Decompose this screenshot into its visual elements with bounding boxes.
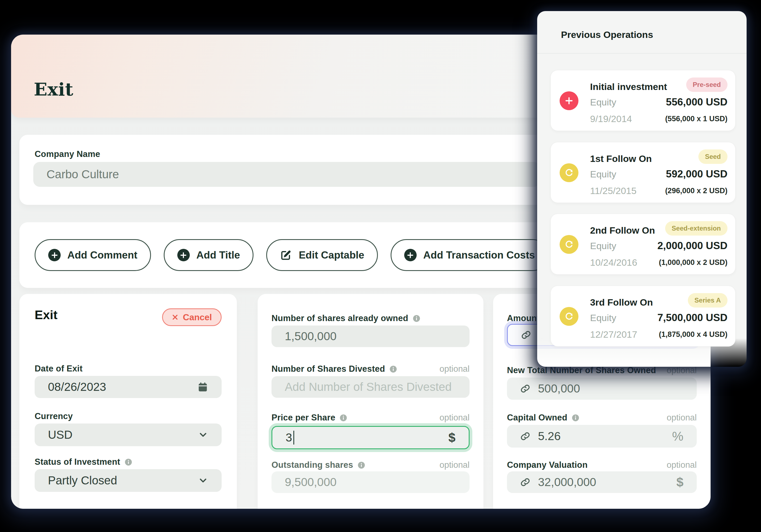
chevron-down-icon (198, 475, 208, 486)
operation-name: 3rd Follow On (590, 297, 653, 308)
optional-tag: optional (667, 365, 697, 375)
operation-type: Equity (590, 97, 616, 108)
operation-type: Equity (590, 312, 616, 323)
status-of-investment-label: Status of Investment (34, 457, 120, 467)
info-icon[interactable] (572, 414, 579, 422)
previous-operations-title: Previous Operations (561, 29, 653, 40)
operation-detail: (1,875,000 x 4 USD) (659, 330, 728, 339)
stage-badge: Pre-seed (686, 78, 728, 92)
amount-label: Amount (507, 313, 540, 323)
divider (537, 53, 747, 54)
add-title-label: Add Title (197, 249, 240, 261)
optional-tag: optional (439, 364, 470, 374)
calendar-icon[interactable] (197, 381, 208, 393)
operation-date: 12/27/2017 (590, 329, 637, 340)
edit-captable-button[interactable]: Edit Captable (266, 239, 378, 271)
add-transaction-costs-label: Add Transaction Costs (423, 249, 535, 261)
optional-tag: optional (667, 413, 697, 423)
operation-type: Equity (590, 169, 616, 180)
refresh-icon (559, 163, 578, 182)
price-per-share-label: Price per Share (271, 413, 335, 423)
dollar-suffix: $ (448, 430, 455, 445)
shares-card: Number of shares already owned 1,500,000… (258, 294, 484, 509)
refresh-icon (559, 235, 578, 254)
capital-owned-label: Capital Owned (507, 413, 567, 423)
operation-amount: 556,000 USD (666, 96, 728, 108)
operation-amount: 2,000,000 USD (657, 240, 728, 252)
operation-detail: (1,000,000 x 2 USD) (659, 258, 728, 267)
shares-already-owned-label: Number of shares already owned (271, 313, 408, 323)
company-name-label: Company Name (34, 149, 100, 159)
edit-icon (280, 249, 292, 261)
link-icon (521, 330, 531, 340)
add-comment-label: Add Comment (67, 249, 138, 261)
operation-date: 9/19/2014 (590, 114, 632, 124)
close-icon (172, 314, 178, 321)
plus-icon (48, 249, 61, 261)
shares-already-owned-input[interactable]: 1,500,000 (271, 326, 470, 347)
info-icon[interactable] (413, 315, 420, 322)
date-of-exit-label: Date of Exit (34, 364, 83, 374)
operation-card[interactable]: 1st Follow On Seed Equity 592,000 USD 11… (551, 142, 735, 203)
chevron-down-icon (198, 430, 208, 440)
operation-amount: 592,000 USD (666, 168, 728, 180)
stage-badge: Seed (698, 149, 728, 164)
add-title-button[interactable]: Add Title (164, 239, 254, 271)
link-icon (520, 384, 530, 394)
exit-section-heading: Exit (34, 308, 58, 322)
add-transaction-costs-button[interactable]: Add Transaction Costs (391, 239, 549, 271)
exit-details-card: Exit Cancel Date of Exit 08/26/2023 (20, 294, 237, 509)
plus-icon (559, 91, 578, 110)
date-of-exit-input[interactable]: 08/26/2023 (34, 376, 222, 398)
new-total-shares-input[interactable]: 500,000 (507, 378, 697, 400)
outstanding-shares-input[interactable]: 9,500,000 (271, 471, 470, 493)
info-icon[interactable] (358, 461, 365, 469)
operation-type: Equity (590, 240, 616, 251)
add-comment-button[interactable]: Add Comment (34, 239, 151, 271)
link-icon (520, 431, 530, 441)
capital-owned-input[interactable]: 5.26 % (507, 425, 697, 448)
currency-select[interactable]: USD (34, 423, 222, 446)
operation-card[interactable]: 2nd Follow On Seed-extension Equity 2,00… (551, 214, 735, 275)
screen: Exit Company Name Carbo Culture Add Comm… (0, 0, 761, 532)
stage-badge: Series A (688, 293, 728, 307)
shares-divested-input[interactable]: Add Number of Shares Divested (271, 376, 470, 398)
shares-divested-label: Number of Shares Divested (271, 364, 385, 374)
toolbar: Add Comment Add Title Edit Capt (34, 222, 549, 288)
operation-card[interactable]: Initial investment Pre-seed Equity 556,0… (551, 70, 735, 131)
price-per-share-input[interactable]: 3 $ (271, 426, 470, 449)
new-total-shares-label: New Total Number of Shares Owned (507, 365, 656, 375)
optional-tag: optional (439, 460, 470, 470)
cancel-button[interactable]: Cancel (162, 308, 222, 326)
operation-card[interactable]: 3rd Follow On Series A Equity 7,500,000 … (551, 286, 735, 346)
dollar-suffix: $ (676, 475, 683, 490)
page-title: Exit (34, 79, 73, 100)
link-icon (520, 477, 530, 487)
cancel-label: Cancel (183, 312, 212, 322)
info-icon[interactable] (125, 458, 132, 466)
operation-name: 2nd Follow On (590, 225, 655, 236)
status-of-investment-select[interactable]: Partly Closed (34, 469, 222, 492)
operation-name: 1st Follow On (590, 153, 652, 164)
company-valuation-input[interactable]: 32,000,000 $ (507, 471, 697, 493)
info-icon[interactable] (389, 365, 397, 373)
currency-label: Currency (34, 411, 73, 421)
plus-icon (404, 249, 417, 261)
outstanding-shares-label: Outstanding shares (271, 460, 353, 470)
operation-detail: (296,000 x 2 USD) (665, 186, 728, 195)
edit-captable-label: Edit Captable (299, 249, 364, 261)
operation-name: Initial investment (590, 81, 667, 92)
plus-icon (177, 249, 190, 261)
company-name-input[interactable]: Carbo Culture (33, 162, 540, 187)
refresh-icon (559, 307, 578, 326)
optional-tag: optional (667, 460, 697, 470)
operation-detail: (556,000 x 1 USD) (665, 115, 728, 123)
operation-date: 11/25/2015 (590, 186, 637, 196)
previous-operations-panel: Previous Operations Initial investment P… (537, 11, 747, 367)
info-icon[interactable] (340, 414, 347, 422)
percent-suffix: % (672, 429, 683, 444)
operation-amount: 7,500,000 USD (657, 312, 728, 324)
stage-badge: Seed-extension (665, 221, 728, 236)
operation-date: 10/24/2016 (590, 257, 637, 268)
company-valuation-label: Company Valuation (507, 460, 588, 470)
